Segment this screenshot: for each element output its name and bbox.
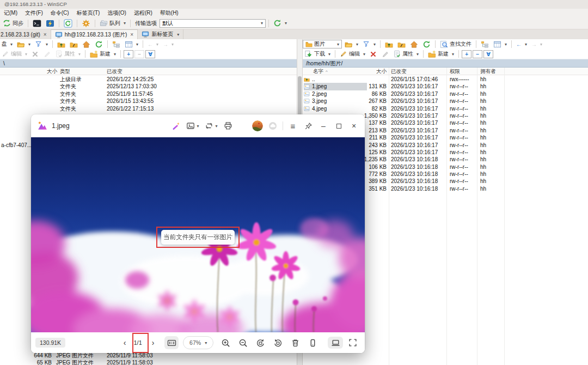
menu-item[interactable]: 帮助(H): [156, 9, 182, 17]
print-button[interactable]: [220, 119, 236, 133]
right-edit-button[interactable]: 编辑▾: [338, 49, 367, 59]
minimize-button[interactable]: –: [316, 119, 331, 133]
right-unselect-button[interactable]: −: [473, 50, 482, 58]
zoom-select[interactable]: 67%▾: [183, 336, 213, 349]
rotate-left-button[interactable]: [253, 336, 268, 350]
file-row[interactable]: 2.jpeg86 KB2026/1/23 10:16:17rw-r--r--hh: [303, 90, 588, 98]
column-header-changed[interactable]: 已改变: [107, 68, 122, 75]
right-properties-button[interactable]: 属性▾: [391, 49, 420, 59]
screen-cast-button[interactable]: [328, 337, 343, 349]
left-view-button[interactable]: ▾: [123, 39, 140, 50]
file-row[interactable]: ..2026/1/15 17:01:46rwx------hh: [303, 76, 588, 83]
column-header-size[interactable]: 大小: [338, 68, 387, 75]
file-row[interactable]: 文件夹2026/1/22 17:15:13: [0, 105, 297, 112]
right-parent-dir-button[interactable]: [383, 39, 395, 50]
column-header-name[interactable]: 名字^: [313, 68, 328, 76]
menu-item[interactable]: 远程(R): [130, 9, 156, 17]
right-back-button[interactable]: ←▾: [514, 40, 529, 48]
zoom-out-button[interactable]: [235, 336, 250, 350]
left-properties-button[interactable]: 属性▾: [53, 49, 82, 59]
prev-image-button[interactable]: ‹: [119, 338, 131, 347]
left-select-button[interactable]: +: [124, 50, 133, 58]
rotate-right-button[interactable]: [270, 336, 285, 350]
user-avatar[interactable]: [250, 119, 265, 133]
right-home-dir-button[interactable]: [408, 39, 420, 50]
left-new-button[interactable]: 新建▾: [88, 49, 118, 59]
open-on-device-button[interactable]: [305, 336, 320, 350]
left-open-directory-button[interactable]: ▾: [15, 39, 32, 50]
new-tab-button[interactable]: 新标签页▾: [138, 29, 183, 39]
menu-item[interactable]: 标签页(T): [73, 9, 104, 17]
right-new-button[interactable]: 新建▾: [426, 49, 456, 59]
viewer-menu-button[interactable]: ≡: [285, 119, 301, 133]
file-row[interactable]: 1.jpeg131 KB2026/1/23 10:16:17rw-r--r--h…: [303, 83, 588, 90]
right-path-bar[interactable]: /home/hh/图片/: [303, 59, 588, 68]
partial-file-name[interactable]: a-cfb7-407...: [1, 142, 32, 148]
left-path-bar[interactable]: \: [0, 59, 297, 68]
right-filter-button[interactable]: ▾: [361, 39, 377, 49]
right-selection-button[interactable]: ∀: [483, 50, 493, 58]
cloud-sync-button[interactable]: [265, 119, 280, 133]
right-delete-button[interactable]: [368, 50, 378, 59]
left-refresh-button[interactable]: [93, 39, 105, 50]
file-row[interactable]: 3.jpeg267 KB2026/1/23 10:16:17rw-r--r--h…: [303, 98, 588, 105]
find-files-button[interactable]: 查找文件: [438, 39, 473, 50]
column-header-type[interactable]: 类型: [60, 68, 70, 75]
right-drive-select[interactable]: 图片▾: [303, 40, 342, 48]
file-row[interactable]: 4.jpeg82 KB2026/1/23 10:16:17rw-r--r--hh: [303, 105, 588, 112]
close-icon[interactable]: ×: [130, 32, 133, 38]
ai-wand-button[interactable]: [168, 119, 183, 133]
file-row[interactable]: 上级目录2026/1/22 14:25:25: [0, 76, 297, 83]
left-back-button[interactable]: ←▾: [146, 40, 160, 48]
right-root-dir-button[interactable]: [396, 39, 407, 50]
left-selection-button[interactable]: ∀: [145, 50, 155, 58]
putty-button[interactable]: [44, 18, 56, 29]
right-tree-button[interactable]: [479, 39, 491, 50]
console-button[interactable]: [31, 18, 43, 29]
left-filter-button[interactable]: ▾: [33, 39, 50, 49]
queue-button[interactable]: 队列▾: [98, 18, 127, 28]
menu-item[interactable]: 记(M): [0, 9, 21, 17]
close-button[interactable]: ×: [346, 119, 362, 133]
left-drive-select[interactable]: 盘▾: [0, 39, 14, 49]
session-tab-pictures[interactable]: hh@192.168.23.13 (图片)×: [51, 29, 138, 39]
file-row[interactable]: 文件夹2025/12/13 17:03:30: [0, 83, 297, 90]
left-parent-dir-button[interactable]: [56, 39, 67, 50]
menu-item[interactable]: 文件(F): [21, 9, 47, 17]
one-to-one-button[interactable]: [164, 336, 179, 349]
left-home-dir-button[interactable]: [81, 39, 92, 50]
delete-button[interactable]: [287, 336, 303, 350]
zoom-in-button[interactable]: [218, 336, 233, 350]
right-forward-button[interactable]: →▾: [530, 40, 544, 48]
transfer-profile-select[interactable]: 默认▾: [160, 19, 266, 28]
file-row[interactable]: 644 KBJPEG 图片文件2025/11/9 11:58:03: [0, 352, 297, 359]
download-button[interactable]: 下载▾: [303, 49, 332, 59]
sync-button[interactable]: 同步: [1, 18, 25, 28]
file-row[interactable]: 文件夹2025/11/9 11:57:45: [0, 90, 297, 98]
file-name-cell[interactable]: ..: [304, 76, 367, 83]
pin-button[interactable]: [301, 119, 316, 133]
menu-item[interactable]: 命令(C): [47, 9, 73, 17]
right-refresh-button[interactable]: [421, 39, 432, 50]
left-edit-button[interactable]: 编辑▾: [0, 49, 29, 59]
column-header-owner[interactable]: 拥有者: [480, 68, 496, 75]
right-rename-button[interactable]: [379, 49, 390, 59]
crop-rotate-button[interactable]: ▾: [202, 119, 220, 133]
refresh-button[interactable]: [62, 18, 74, 29]
left-unselect-button[interactable]: −: [134, 50, 144, 58]
file-row[interactable]: 65 KBJPEG 图片文件2025/11/9 11:58:03: [0, 359, 297, 365]
file-row[interactable]: 文件夹2026/1/15 13:43:55: [0, 98, 297, 105]
transfer-settings-button[interactable]: ▾: [272, 18, 289, 28]
right-open-directory-button[interactable]: ▾: [343, 39, 360, 50]
left-forward-button[interactable]: →▾: [161, 40, 175, 48]
session-tab-git[interactable]: 2.168.23.13 (git)×: [0, 29, 51, 39]
left-tree-button[interactable]: [111, 39, 122, 50]
preferences-button[interactable]: [80, 18, 92, 29]
column-header-changed[interactable]: 已改变: [391, 68, 407, 75]
column-header-size[interactable]: 大小: [22, 68, 57, 75]
left-rename-button[interactable]: [41, 49, 52, 59]
image-edit-button[interactable]: ▾: [183, 119, 202, 133]
close-icon[interactable]: ×: [44, 32, 47, 38]
fullscreen-button[interactable]: [345, 336, 360, 350]
right-select-button[interactable]: +: [462, 50, 471, 58]
